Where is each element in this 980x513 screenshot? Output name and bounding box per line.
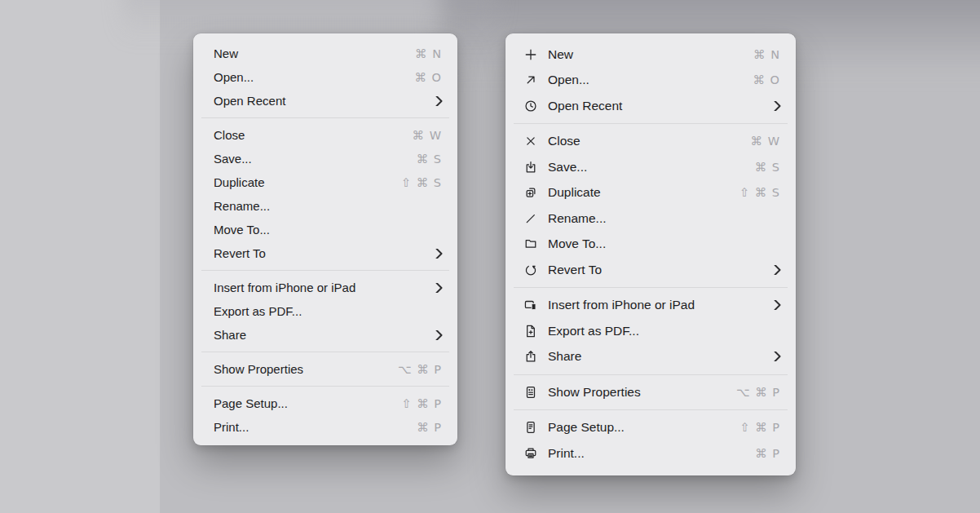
menu-item-shortcut: ⇧ ⌘ P bbox=[739, 421, 780, 434]
menu-item-label: Open Recent bbox=[548, 99, 622, 113]
doc-lines-icon bbox=[523, 420, 538, 435]
submenu-chevron-icon bbox=[433, 95, 444, 106]
menu-item-label: Share bbox=[214, 328, 246, 342]
menu-divider bbox=[514, 374, 788, 375]
menu-item-label: Save... bbox=[214, 152, 252, 166]
submenu-chevron-icon bbox=[771, 100, 782, 111]
file-menu-plain: New⌘ NOpen...⌘ OOpen RecentClose⌘ WSave.… bbox=[193, 33, 457, 445]
menu-item-shortcut: ⌥ ⌘ P bbox=[398, 363, 442, 376]
menu-item-insert-from-iphone-or-ipad[interactable]: Insert from iPhone or iPad bbox=[505, 293, 796, 319]
file-menu-with-icons: New⌘ NOpen...⌘ OOpen RecentClose⌘ WSave.… bbox=[505, 33, 796, 475]
menu-item-print[interactable]: Print...⌘ P bbox=[193, 415, 457, 439]
menu-item-insert-from-iphone-or-ipad[interactable]: Insert from iPhone or iPad bbox=[193, 276, 457, 299]
menu-item-open[interactable]: Open...⌘ O bbox=[505, 68, 796, 94]
menu-item-share[interactable]: Share bbox=[193, 323, 457, 347]
menu-item-label: Show Properties bbox=[548, 385, 641, 400]
menu-item-label: Open... bbox=[214, 70, 254, 84]
menu-divider bbox=[514, 123, 788, 124]
menu-item-duplicate[interactable]: Duplicate⇧ ⌘ S bbox=[505, 180, 796, 206]
menu-item-new[interactable]: New⌘ N bbox=[193, 42, 457, 65]
menu-item-move-to[interactable]: Move To... bbox=[193, 218, 457, 241]
menu-item-label: Insert from iPhone or iPad bbox=[548, 298, 695, 312]
clock-icon bbox=[523, 99, 538, 113]
submenu-chevron-icon bbox=[433, 329, 444, 340]
menu-divider bbox=[201, 117, 449, 118]
menu-item-label: Move To... bbox=[548, 237, 606, 251]
menu-item-rename[interactable]: Rename... bbox=[505, 206, 796, 232]
duplicate-plus-icon bbox=[523, 185, 538, 200]
menu-item-close[interactable]: Close⌘ W bbox=[193, 123, 457, 147]
menu-item-label: Rename... bbox=[548, 211, 607, 226]
submenu-chevron-icon bbox=[771, 264, 782, 275]
menu-item-print[interactable]: Print...⌘ P bbox=[505, 440, 796, 467]
printer-icon bbox=[523, 446, 538, 461]
menu-item-open-recent[interactable]: Open Recent bbox=[193, 89, 457, 113]
menu-item-label: New bbox=[214, 46, 238, 60]
menu-divider bbox=[201, 352, 449, 352]
menu-item-label: Duplicate bbox=[214, 175, 265, 189]
menu-item-label: Export as PDF... bbox=[214, 304, 302, 318]
share-icon bbox=[523, 349, 538, 364]
menu-item-label: Print... bbox=[548, 446, 585, 461]
menu-divider bbox=[201, 386, 449, 387]
menu-divider bbox=[514, 409, 788, 410]
menu-item-close[interactable]: Close⌘ W bbox=[505, 129, 796, 155]
menu-item-export-as-pdf[interactable]: Export as PDF... bbox=[505, 318, 796, 344]
doc-properties-icon bbox=[523, 385, 538, 400]
menu-item-label: Export as PDF... bbox=[548, 324, 639, 338]
devices-icon bbox=[523, 298, 538, 312]
menu-item-open[interactable]: Open...⌘ O bbox=[193, 65, 457, 89]
menu-item-shortcut: ⌘ N bbox=[415, 47, 442, 60]
menu-item-shortcut: ⌘ W bbox=[751, 135, 780, 148]
menu-item-save[interactable]: Save...⌘ S bbox=[193, 147, 457, 170]
xmark-icon bbox=[523, 134, 538, 148]
submenu-chevron-icon bbox=[771, 352, 782, 362]
menu-item-shortcut: ⌘ S bbox=[417, 153, 442, 166]
submenu-chevron-icon bbox=[433, 282, 444, 293]
menu-item-label: Duplicate bbox=[548, 185, 601, 200]
folder-icon bbox=[523, 237, 538, 251]
menu-item-show-properties[interactable]: Show Properties⌥ ⌘ P bbox=[193, 357, 457, 381]
menu-item-move-to[interactable]: Move To... bbox=[505, 232, 796, 258]
menu-item-label: Page Setup... bbox=[548, 420, 625, 435]
menu-item-revert-to[interactable]: Revert To bbox=[193, 241, 457, 265]
menu-item-label: New bbox=[548, 47, 573, 62]
arrow-up-right-icon bbox=[523, 73, 538, 87]
menu-item-label: Share bbox=[548, 349, 581, 364]
menu-item-new[interactable]: New⌘ N bbox=[505, 42, 796, 68]
menu-item-show-properties[interactable]: Show Properties⌥ ⌘ P bbox=[505, 379, 796, 405]
menu-item-label: Show Properties bbox=[214, 362, 303, 376]
menu-item-label: Page Setup... bbox=[214, 396, 288, 410]
menu-item-shortcut: ⌘ O bbox=[753, 73, 780, 86]
menu-item-shortcut: ⌘ P bbox=[417, 421, 442, 434]
menu-item-label: Rename... bbox=[214, 199, 270, 213]
menu-divider bbox=[514, 287, 788, 288]
doc-plus-icon bbox=[523, 324, 538, 338]
menu-item-export-as-pdf[interactable]: Export as PDF... bbox=[193, 299, 457, 323]
menu-item-label: Close bbox=[548, 134, 580, 148]
menu-item-page-setup[interactable]: Page Setup...⇧ ⌘ P bbox=[505, 415, 796, 441]
menu-item-shortcut: ⇧ ⌘ S bbox=[739, 186, 780, 199]
menu-item-label: Revert To bbox=[214, 246, 266, 260]
menu-item-label: Open... bbox=[548, 73, 589, 87]
menu-item-label: Move To... bbox=[214, 223, 270, 237]
menu-item-label: Close bbox=[214, 128, 245, 142]
pencil-icon bbox=[523, 211, 538, 226]
menu-item-shortcut: ⇧ ⌘ P bbox=[401, 397, 442, 410]
save-arrow-down-icon bbox=[523, 160, 538, 175]
menu-item-duplicate[interactable]: Duplicate⇧ ⌘ S bbox=[193, 170, 457, 194]
menu-item-open-recent[interactable]: Open Recent bbox=[505, 93, 796, 119]
menu-item-revert-to[interactable]: Revert To bbox=[505, 257, 796, 283]
menu-item-share[interactable]: Share bbox=[505, 344, 796, 370]
arrow-counterclockwise-icon bbox=[523, 263, 538, 277]
background-left-strip bbox=[0, 0, 161, 513]
menu-item-shortcut: ⇧ ⌘ S bbox=[401, 176, 442, 189]
menu-item-shortcut: ⌘ P bbox=[755, 447, 780, 460]
submenu-chevron-icon bbox=[771, 300, 782, 311]
menu-item-save[interactable]: Save...⌘ S bbox=[505, 154, 796, 180]
menu-item-page-setup[interactable]: Page Setup...⇧ ⌘ P bbox=[193, 391, 457, 415]
menu-item-label: Open Recent bbox=[214, 94, 285, 108]
menu-item-rename[interactable]: Rename... bbox=[193, 194, 457, 218]
menu-item-label: Insert from iPhone or iPad bbox=[214, 281, 355, 294]
menu-item-shortcut: ⌘ S bbox=[755, 161, 780, 174]
